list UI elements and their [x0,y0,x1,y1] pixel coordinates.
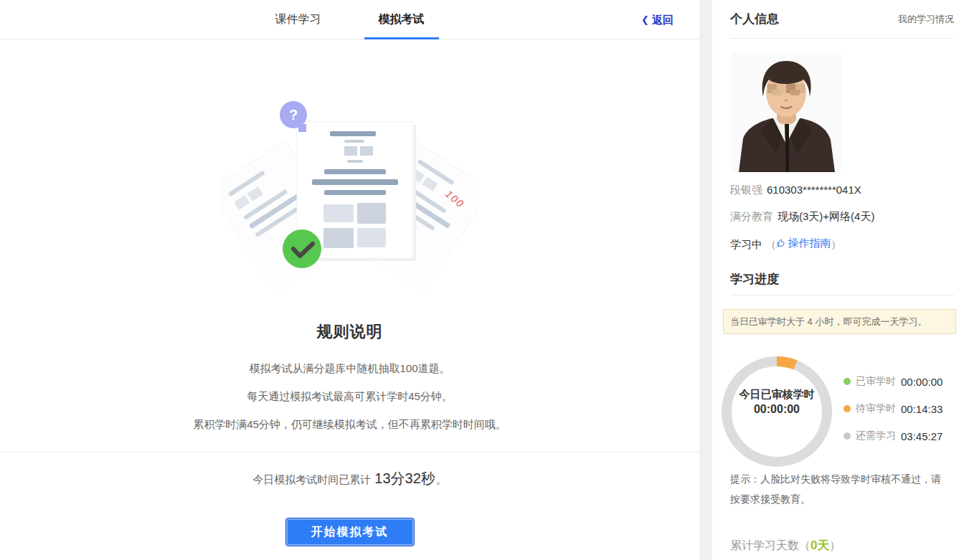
days-paren-close: ） [829,539,841,551]
education-line: 满分教育现场(3天)+网络(4天) [730,209,874,224]
legend-label: 待审学时 [856,402,896,415]
divider [730,38,954,39]
legend-label: 还需学习 [856,430,896,442]
rules-title: 规则说明 [0,321,699,343]
user-id-masked: 610303********041X [767,184,861,196]
face-check-tip: 提示：人脸比对失败将导致学时审核不通过，请按要求接受教育。 [730,469,947,509]
accumulated-suffix: 。 [436,473,447,485]
accumulated-prefix: 今日模拟考试时间已累计 [252,473,374,485]
total-study-days: 累计学习天数（0天） [730,537,841,554]
legend-pending: 待审学时 00:14:33 [844,401,942,417]
education-label: 满分教育 [730,210,773,222]
legend-dot-remaining [844,432,851,440]
user-name: 段银强 [730,184,762,196]
donut-center-value: 00:00:00 [719,402,834,417]
back-link[interactable]: ❮ 返回 [641,0,674,39]
paren-open: （ [765,238,776,250]
my-study-link[interactable]: 我的学习情况 [898,13,954,26]
tab-mock-exam[interactable]: 模拟考试 [377,0,427,39]
rules-text: 模拟考试从满分题库中随机抽取100道题。 每天通过模拟考试最高可累计学时45分钟… [0,363,699,447]
donut-center-label: 今日已审核学时 [719,387,834,402]
id-photo [732,52,841,172]
legend-approved: 已审学时 00:00:00 [844,374,942,389]
svg-text:?: ? [288,107,297,123]
accumulated-time: 13分32秒 [374,470,435,486]
personal-info-sidebar: 个人信息 我的学习情况 [712,0,964,560]
legend-value: 03:45:27 [901,430,942,442]
accumulated-time-line: 今日模拟考试时间已累计 13分32秒。 [0,466,699,492]
status-text: 学习中 [730,238,762,250]
legend-value: 00:00:00 [901,376,942,388]
legend-dot-pending [844,405,851,412]
tab-courseware[interactable]: 课件学习 [273,0,323,39]
legend-label: 已审学时 [856,375,896,388]
education-value: 现场(3天)+网络(4天) [778,210,874,222]
rule-line: 每天通过模拟考试最高可累计学时45分钟。 [0,391,699,402]
days-label: 累计学习天数（ [730,539,811,551]
start-mock-exam-button[interactable]: 开始模拟考试 [285,518,415,546]
daily-rule-notice: 当日已审学时大于 4 小时，即可完成一天学习。 [723,309,956,334]
back-chevron-icon: ❮ [641,3,649,37]
days-value: 0天 [811,538,829,552]
rule-line: 模拟考试从满分题库中随机抽取100道题。 [0,363,699,374]
donut-center-text: 今日已审核学时 00:00:00 [719,387,834,417]
rule-line: 累积学时满45分钟，仍可继续模拟考试，但不再累积学时时间哦。 [0,419,699,430]
thumb-up-icon [776,238,786,248]
exam-illustration: 100 ? [221,86,479,301]
back-label: 返回 [652,3,674,37]
main-header: 课件学习 模拟考试 ❮ 返回 [0,0,699,39]
divider [730,295,954,295]
status-line: 学习中 （操作指南） [730,236,841,250]
legend-remaining: 还需学习 03:45:27 [844,428,942,444]
divider [0,452,699,452]
legend-value: 00:14:33 [901,403,942,415]
progress-title: 学习进度 [730,271,779,288]
name-id-line: 段银强610303********041X [730,183,861,197]
main-panel: 课件学习 模拟考试 ❮ 返回 [0,0,699,560]
guide-label: 操作指南 [788,236,831,250]
check-icon [283,229,321,268]
paren-close: ） [831,238,841,250]
guide-link[interactable]: 操作指南 [776,236,831,250]
sidebar-title: 个人信息 [730,11,779,27]
legend-dot-approved [844,378,851,385]
tab-bar: 课件学习 模拟考试 [0,0,699,39]
question-bubble-icon: ? [280,101,307,132]
